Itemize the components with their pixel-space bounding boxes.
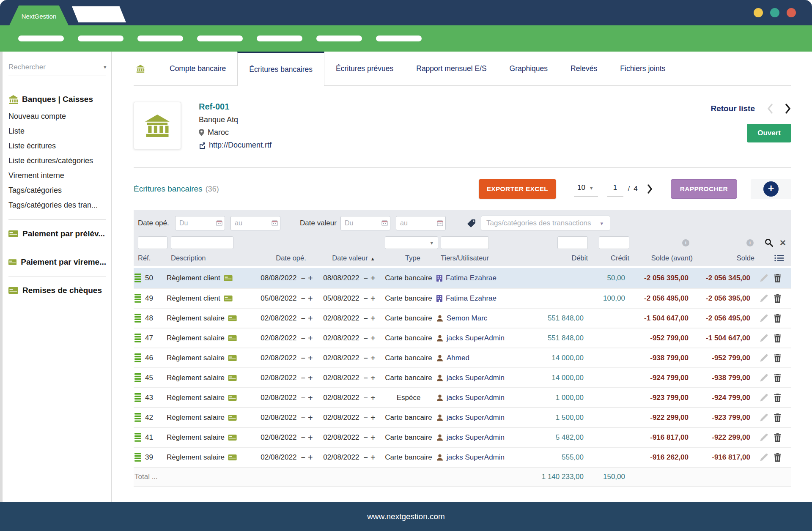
- status-open-button[interactable]: Ouvert: [747, 124, 791, 142]
- chevron-right-icon[interactable]: [785, 104, 791, 114]
- calendar-icon[interactable]: [272, 220, 278, 227]
- date-decrement-button[interactable]: −: [301, 274, 305, 282]
- date-decrement-button[interactable]: −: [301, 334, 305, 342]
- date-increment-button[interactable]: +: [370, 314, 376, 323]
- tab-rapport-mensuel[interactable]: Rapport mensuel E/S: [405, 52, 498, 85]
- table-row[interactable]: 41 Règlement salaire 02/08/2022 − + 02/0…: [134, 427, 791, 447]
- date-decrement-button[interactable]: −: [301, 374, 305, 382]
- edit-pencil-icon[interactable]: [760, 314, 768, 322]
- date-increment-button[interactable]: +: [308, 334, 313, 342]
- date-increment-button[interactable]: +: [308, 394, 313, 402]
- date-increment-button[interactable]: +: [308, 453, 313, 462]
- window-maximize-button[interactable]: [770, 8, 779, 17]
- date-decrement-button[interactable]: −: [301, 454, 305, 461]
- tab-ecritures-prevues[interactable]: Écritures prévues: [324, 52, 405, 85]
- delete-trash-icon[interactable]: [774, 314, 781, 323]
- date-increment-button[interactable]: +: [370, 374, 376, 382]
- sidebar-item-nouveau-compte[interactable]: Nouveau compte: [8, 109, 106, 124]
- date-increment-button[interactable]: +: [308, 354, 313, 362]
- type-filter-select[interactable]: ▾: [385, 236, 438, 249]
- tags-categories-select[interactable]: Tags/catégories des transactions ▾: [481, 216, 610, 231]
- edit-pencil-icon[interactable]: [760, 274, 768, 282]
- date-increment-button[interactable]: +: [370, 453, 376, 462]
- edit-pencil-icon[interactable]: [760, 334, 768, 342]
- credit-filter-input[interactable]: [599, 236, 629, 249]
- date-decrement-button[interactable]: −: [301, 354, 305, 362]
- current-page-input[interactable]: 1: [607, 181, 623, 197]
- date-decrement-button[interactable]: −: [363, 434, 368, 441]
- column-header-solde-avant[interactable]: Solde (avant): [651, 254, 693, 262]
- date-decrement-button[interactable]: −: [363, 334, 368, 342]
- edit-pencil-icon[interactable]: [760, 294, 768, 302]
- calendar-icon[interactable]: [216, 220, 223, 227]
- table-row[interactable]: 39 Règlement salaire 02/08/2022 − + 02/0…: [134, 447, 791, 467]
- date-decrement-button[interactable]: −: [363, 414, 368, 422]
- table-row[interactable]: 47 Règlement salaire 02/08/2022 − + 02/0…: [134, 328, 791, 348]
- sidebar-section-virement[interactable]: Paiement par vireme...: [8, 255, 106, 269]
- delete-trash-icon[interactable]: [774, 334, 781, 342]
- chevron-down-icon[interactable]: ▾: [102, 64, 108, 70]
- next-page-button[interactable]: [647, 184, 653, 194]
- column-header-type[interactable]: Type: [405, 254, 420, 262]
- sidebar-item-tags-categories[interactable]: Tags/catégories: [8, 183, 106, 198]
- tab-ecritures-bancaires[interactable]: Écritures bancaires: [237, 52, 324, 86]
- reconcile-button[interactable]: RAPPROCHER: [671, 179, 737, 199]
- sidebar-section-banques[interactable]: Banques | Caisses: [8, 95, 106, 104]
- brand-tab[interactable]: NextGestion: [9, 5, 69, 25]
- sidebar-item-liste[interactable]: Liste: [8, 124, 106, 139]
- date-increment-button[interactable]: +: [308, 433, 313, 442]
- tab-graphiques[interactable]: Graphiques: [498, 52, 559, 85]
- date-decrement-button[interactable]: −: [363, 354, 368, 362]
- date-decrement-button[interactable]: −: [363, 394, 368, 402]
- export-excel-button[interactable]: EXPORTER EXCEL: [479, 179, 556, 199]
- table-row[interactable]: 48 Règlement salaire 02/08/2022 − + 02/0…: [134, 308, 791, 328]
- sidebar-item-tags-categories-transactions[interactable]: Tags/catégories des tran...: [8, 198, 106, 213]
- table-row[interactable]: 50 Règlement client 08/08/2022 − + 08/08…: [134, 268, 791, 288]
- sidebar-item-liste-ecritures[interactable]: Liste écritures: [8, 139, 106, 153]
- column-header-ref[interactable]: Réf.: [138, 254, 171, 262]
- date-increment-button[interactable]: +: [308, 274, 313, 282]
- calendar-icon[interactable]: [437, 220, 444, 227]
- delete-trash-icon[interactable]: [774, 374, 781, 382]
- delete-trash-icon[interactable]: [774, 453, 781, 462]
- date-increment-button[interactable]: +: [308, 413, 313, 422]
- edit-pencil-icon[interactable]: [760, 433, 768, 441]
- column-header-debit[interactable]: Débit: [571, 254, 588, 262]
- column-header-description[interactable]: Description: [171, 254, 260, 262]
- date-decrement-button[interactable]: −: [363, 315, 368, 322]
- debit-filter-input[interactable]: [557, 236, 588, 249]
- ref-filter-input[interactable]: [138, 236, 167, 249]
- window-minimize-button[interactable]: [754, 8, 763, 17]
- delete-trash-icon[interactable]: [774, 274, 781, 282]
- date-decrement-button[interactable]: −: [301, 414, 305, 422]
- blank-browser-tab[interactable]: [72, 6, 126, 22]
- edit-pencil-icon[interactable]: [760, 374, 768, 382]
- table-row[interactable]: 42 Règlement salaire 02/08/2022 − + 02/0…: [134, 407, 791, 427]
- search-icon[interactable]: [765, 238, 773, 247]
- date-increment-button[interactable]: +: [308, 314, 313, 323]
- description-filter-input[interactable]: [171, 236, 233, 249]
- clear-filters-icon[interactable]: ✕: [779, 239, 786, 247]
- column-settings-icon[interactable]: [774, 255, 787, 262]
- date-decrement-button[interactable]: −: [363, 274, 368, 282]
- tab-compte-bancaire[interactable]: Compte bancaire: [158, 52, 237, 85]
- date-decrement-button[interactable]: −: [363, 295, 368, 302]
- column-header-tiers[interactable]: Tiers/Utilisateur: [441, 254, 536, 262]
- table-row[interactable]: 43 Règlement salaire 02/08/2022 − + 02/0…: [134, 387, 791, 407]
- add-entry-button[interactable]: +: [763, 181, 779, 197]
- table-row[interactable]: 45 Règlement salaire 02/08/2022 − + 02/0…: [134, 367, 791, 387]
- edit-pencil-icon[interactable]: [760, 354, 768, 362]
- tiers-filter-input[interactable]: [441, 236, 489, 249]
- page-size-select[interactable]: 10 ▾: [574, 181, 598, 197]
- delete-trash-icon[interactable]: [774, 433, 781, 442]
- date-decrement-button[interactable]: −: [301, 315, 305, 322]
- date-decrement-button[interactable]: −: [301, 295, 305, 302]
- table-row[interactable]: 46 Règlement salaire 02/08/2022 − + 02/0…: [134, 348, 791, 367]
- account-document-link[interactable]: http://Document.rtf: [209, 141, 272, 150]
- back-to-list-link[interactable]: Retour liste: [710, 104, 755, 113]
- column-header-solde[interactable]: Solde: [737, 254, 754, 262]
- date-decrement-button[interactable]: −: [363, 454, 368, 461]
- delete-trash-icon[interactable]: [774, 413, 781, 422]
- column-header-date-ope[interactable]: Date opé.: [276, 254, 306, 262]
- sidebar-section-prelevement[interactable]: Paiement par prélèv...: [8, 227, 106, 241]
